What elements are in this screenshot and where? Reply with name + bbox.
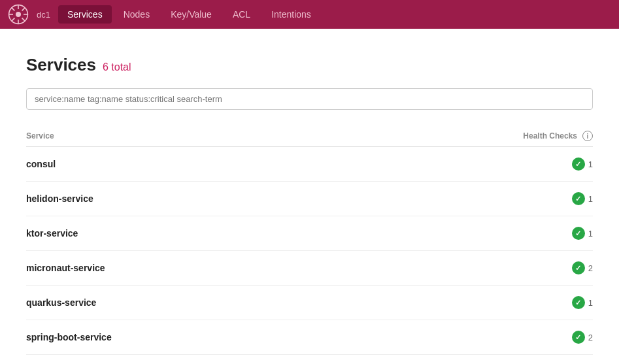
svg-line-9 — [12, 18, 15, 22]
table-row[interactable]: micronaut-service✓2 — [26, 251, 593, 286]
table-row[interactable]: spring-boot-service✓2 — [26, 320, 593, 355]
nav-acl[interactable]: ACL — [224, 5, 259, 24]
table-row[interactable]: quarkus-service✓1 — [26, 286, 593, 320]
table-row[interactable]: ktor-service✓1 — [26, 216, 593, 251]
svg-line-7 — [22, 18, 25, 22]
service-name-cell: quarkus-service — [26, 286, 423, 320]
health-count: 1 — [588, 229, 593, 239]
service-name-cell: helidon-service — [26, 182, 423, 216]
health-check-icon: ✓ — [572, 261, 585, 274]
health-cell: ✓1 — [423, 286, 593, 320]
service-name-cell: spring-boot-service — [26, 320, 423, 355]
service-name-cell: ktor-service — [26, 216, 423, 251]
page-title: Services — [26, 55, 96, 75]
health-count: 1 — [588, 159, 593, 169]
health-cell: ✓1 — [423, 182, 593, 216]
svg-point-1 — [16, 12, 21, 17]
health-check-icon: ✓ — [572, 157, 585, 171]
content-area: Services 6 total Service Health Checks i… — [0, 29, 619, 364]
health-check-icon: ✓ — [572, 331, 585, 344]
page-header: Services 6 total — [26, 55, 593, 75]
health-count: 2 — [588, 263, 593, 273]
total-count: 6 total — [103, 61, 131, 73]
consul-logo — [8, 4, 29, 25]
health-cell: ✓2 — [423, 251, 593, 286]
health-cell: ✓1 — [423, 216, 593, 251]
nav-services[interactable]: Services — [58, 5, 112, 24]
health-count: 1 — [588, 298, 593, 308]
health-cell: ✓2 — [423, 320, 593, 355]
health-count: 2 — [588, 333, 593, 342]
table-row[interactable]: helidon-service✓1 — [26, 182, 593, 216]
table-header-row: Service Health Checks i — [26, 125, 593, 147]
info-icon[interactable]: i — [582, 131, 593, 141]
service-name: consul — [26, 159, 56, 169]
service-name: spring-boot-service — [26, 332, 112, 342]
service-name: ktor-service — [26, 228, 78, 239]
health-check-icon: ✓ — [572, 296, 585, 309]
service-name: quarkus-service — [26, 297, 96, 308]
col-header-service: Service — [26, 125, 423, 147]
service-name: micronaut-service — [26, 263, 105, 273]
services-list: consul✓1helidon-service✓1ktor-service✓1m… — [26, 147, 593, 355]
health-check-icon: ✓ — [572, 227, 585, 240]
dc-label: dc1 — [37, 10, 50, 20]
health-checks-label: Health Checks — [523, 131, 577, 141]
svg-line-8 — [22, 8, 25, 11]
search-input[interactable] — [26, 88, 593, 110]
nav-keyvalue[interactable]: Key/Value — [161, 5, 221, 24]
nav-nodes[interactable]: Nodes — [114, 5, 159, 24]
table-row[interactable]: consul✓1 — [26, 147, 593, 182]
services-table: Service Health Checks i consul✓1helidon-… — [26, 125, 593, 355]
service-name-cell: micronaut-service — [26, 251, 423, 286]
service-name: helidon-service — [26, 193, 93, 204]
col-header-health: Health Checks i — [423, 125, 593, 147]
service-name-cell: consul — [26, 147, 423, 182]
nav-intentions[interactable]: Intentions — [262, 5, 320, 24]
navbar: dc1 Services Nodes Key/Value ACL Intenti… — [0, 0, 619, 29]
health-count: 1 — [588, 194, 593, 204]
health-cell: ✓1 — [423, 147, 593, 182]
health-check-icon: ✓ — [572, 192, 585, 205]
svg-line-6 — [12, 8, 15, 11]
